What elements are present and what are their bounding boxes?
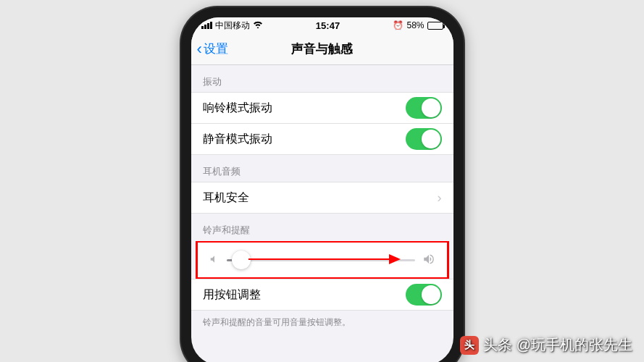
row-label: 静音模式振动 — [203, 132, 272, 147]
back-label: 设置 — [204, 41, 228, 57]
annotation-arrow — [248, 258, 401, 260]
row-label: 用按钮调整 — [203, 287, 261, 303]
volume-slider[interactable] — [227, 259, 415, 261]
chevron-left-icon: ‹ — [197, 40, 202, 59]
back-button[interactable]: ‹ 设置 — [197, 33, 228, 64]
row-silent-vibrate[interactable]: 静音模式振动 — [191, 123, 453, 155]
section-footer-note: 铃声和提醒的音量可用音量按钮调整。 — [191, 311, 453, 329]
switch-change-with-buttons[interactable] — [406, 284, 442, 306]
wifi-icon — [253, 20, 263, 30]
clock: 15:47 — [316, 20, 340, 31]
section-header-vibration: 振动 — [191, 65, 453, 93]
settings-content: 振动 响铃模式振动 静音模式振动 耳机音频 耳机安全 › 铃声和提醒 — [191, 65, 453, 362]
page-title: 声音与触感 — [291, 41, 353, 57]
section-header-headphone: 耳机音频 — [191, 155, 453, 182]
row-label: 耳机安全 — [203, 190, 249, 206]
section-header-ringer: 铃声和提醒 — [191, 214, 453, 241]
alarm-icon: ⏰ — [393, 20, 403, 30]
row-headphone-safety[interactable]: 耳机安全 › — [191, 182, 453, 214]
carrier-label: 中国移动 — [215, 20, 250, 32]
speaker-high-icon — [422, 253, 435, 268]
phone-frame: 中国移动 15:47 ⏰ 58% ‹ 设置 声音与触感 振动 响铃模式振动 — [181, 7, 464, 362]
battery-icon — [427, 22, 443, 30]
watermark: 头 头条 @玩手机的张先生 — [460, 335, 632, 355]
switch-ring-vibrate[interactable] — [406, 97, 442, 119]
watermark-text: 头条 @玩手机的张先生 — [483, 335, 632, 355]
row-ring-vibrate[interactable]: 响铃模式振动 — [191, 92, 453, 124]
watermark-badge: 头 — [460, 336, 479, 355]
phone-screen: 中国移动 15:47 ⏰ 58% ‹ 设置 声音与触感 振动 响铃模式振动 — [191, 17, 453, 362]
switch-silent-vibrate[interactable] — [406, 128, 442, 150]
signal-icon — [201, 22, 212, 29]
annotation-highlight — [196, 241, 449, 279]
battery-percent: 58% — [406, 20, 424, 30]
nav-bar: ‹ 设置 声音与触感 — [191, 33, 453, 65]
row-change-with-buttons[interactable]: 用按钮调整 — [191, 279, 453, 311]
slider-thumb[interactable] — [232, 251, 251, 269]
row-label: 响铃模式振动 — [203, 101, 272, 116]
ringer-volume-slider-row[interactable] — [198, 243, 447, 277]
speaker-low-icon — [209, 254, 219, 266]
chevron-right-icon: › — [438, 190, 442, 206]
status-bar: 中国移动 15:47 ⏰ 58% — [191, 17, 453, 33]
